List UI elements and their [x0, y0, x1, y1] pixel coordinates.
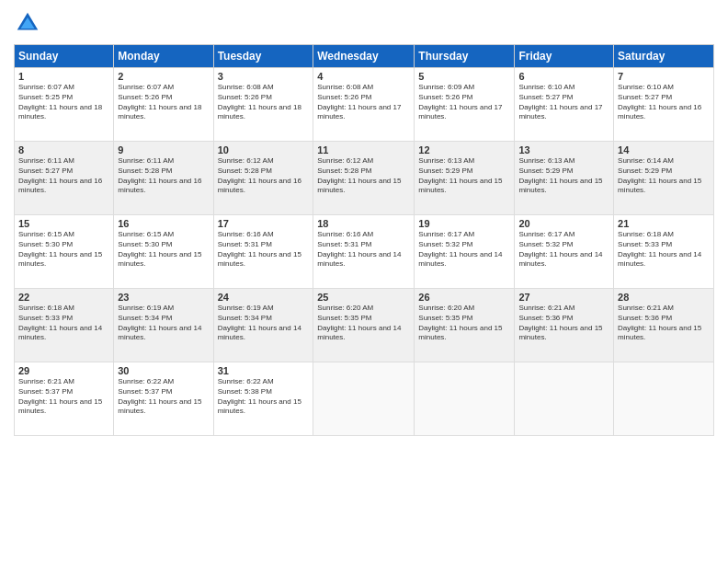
day-info: Sunrise: 6:12 AMSunset: 5:28 PMDaylight:… — [218, 156, 310, 196]
day-info: Sunrise: 6:17 AMSunset: 5:32 PMDaylight:… — [518, 230, 609, 270]
calendar-cell: 7Sunrise: 6:10 AMSunset: 5:27 PMDaylight… — [614, 68, 714, 142]
day-number: 21 — [618, 218, 710, 229]
calendar-cell: 23Sunrise: 6:19 AMSunset: 5:34 PMDayligh… — [114, 289, 213, 362]
day-number: 22 — [18, 292, 109, 303]
day-number: 12 — [418, 144, 510, 155]
day-info: Sunrise: 6:21 AMSunset: 5:36 PMDaylight:… — [618, 304, 710, 343]
day-info: Sunrise: 6:16 AMSunset: 5:31 PMDaylight:… — [218, 230, 310, 270]
calendar-day-header: Sunday — [15, 45, 114, 68]
day-info: Sunrise: 6:20 AMSunset: 5:35 PMDaylight:… — [317, 304, 410, 343]
day-number: 3 — [218, 71, 310, 82]
calendar-cell: 28Sunrise: 6:21 AMSunset: 5:36 PMDayligh… — [614, 289, 714, 362]
calendar-cell — [415, 362, 515, 436]
calendar-day-header: Wednesday — [313, 45, 415, 68]
calendar-cell: 25Sunrise: 6:20 AMSunset: 5:35 PMDayligh… — [313, 289, 415, 362]
day-number: 4 — [317, 71, 410, 82]
day-info: Sunrise: 6:19 AMSunset: 5:34 PMDaylight:… — [218, 304, 310, 343]
page: SundayMondayTuesdayWednesdayThursdayFrid… — [0, 0, 728, 563]
day-info: Sunrise: 6:20 AMSunset: 5:35 PMDaylight:… — [418, 304, 510, 343]
day-info: Sunrise: 6:10 AMSunset: 5:27 PMDaylight:… — [518, 83, 609, 122]
logo — [14, 9, 45, 37]
calendar-cell: 2Sunrise: 6:07 AMSunset: 5:26 PMDaylight… — [114, 68, 213, 142]
day-number: 17 — [218, 218, 310, 229]
calendar-day-header: Tuesday — [213, 45, 313, 68]
day-info: Sunrise: 6:08 AMSunset: 5:26 PMDaylight:… — [218, 83, 310, 122]
calendar-header-row: SundayMondayTuesdayWednesdayThursdayFrid… — [15, 45, 714, 68]
day-info: Sunrise: 6:19 AMSunset: 5:34 PMDaylight:… — [118, 304, 209, 343]
day-number: 11 — [317, 144, 410, 155]
day-info: Sunrise: 6:10 AMSunset: 5:27 PMDaylight:… — [618, 83, 710, 122]
calendar-cell: 20Sunrise: 6:17 AMSunset: 5:32 PMDayligh… — [515, 215, 614, 289]
calendar-cell — [313, 362, 415, 436]
calendar-cell: 9Sunrise: 6:11 AMSunset: 5:28 PMDaylight… — [114, 142, 213, 215]
calendar-day-header: Saturday — [614, 45, 714, 68]
day-number: 27 — [518, 292, 609, 303]
day-info: Sunrise: 6:21 AMSunset: 5:37 PMDaylight:… — [18, 377, 109, 417]
day-number: 20 — [518, 218, 609, 229]
day-number: 25 — [317, 292, 410, 303]
calendar-cell — [614, 362, 714, 436]
day-number: 19 — [418, 218, 510, 229]
day-number: 7 — [618, 71, 710, 82]
day-number: 18 — [317, 218, 410, 229]
day-number: 23 — [118, 292, 209, 303]
calendar-week-row: 8Sunrise: 6:11 AMSunset: 5:27 PMDaylight… — [15, 142, 714, 215]
day-info: Sunrise: 6:07 AMSunset: 5:26 PMDaylight:… — [118, 83, 209, 122]
day-number: 15 — [18, 218, 109, 229]
day-number: 13 — [518, 144, 609, 155]
calendar-day-header: Friday — [515, 45, 614, 68]
day-number: 6 — [518, 71, 609, 82]
day-info: Sunrise: 6:11 AMSunset: 5:28 PMDaylight:… — [118, 156, 209, 196]
day-info: Sunrise: 6:07 AMSunset: 5:25 PMDaylight:… — [18, 83, 109, 122]
calendar-cell: 21Sunrise: 6:18 AMSunset: 5:33 PMDayligh… — [614, 215, 714, 289]
calendar-day-header: Monday — [114, 45, 213, 68]
day-number: 16 — [118, 218, 209, 229]
day-number: 29 — [18, 365, 109, 376]
calendar-cell: 3Sunrise: 6:08 AMSunset: 5:26 PMDaylight… — [213, 68, 313, 142]
calendar-cell: 6Sunrise: 6:10 AMSunset: 5:27 PMDaylight… — [515, 68, 614, 142]
calendar-cell: 5Sunrise: 6:09 AMSunset: 5:26 PMDaylight… — [415, 68, 515, 142]
calendar-cell: 15Sunrise: 6:15 AMSunset: 5:30 PMDayligh… — [15, 215, 114, 289]
calendar-cell: 22Sunrise: 6:18 AMSunset: 5:33 PMDayligh… — [15, 289, 114, 362]
day-number: 8 — [18, 144, 109, 155]
calendar-day-header: Thursday — [415, 45, 515, 68]
day-info: Sunrise: 6:15 AMSunset: 5:30 PMDaylight:… — [118, 230, 209, 270]
day-number: 10 — [218, 144, 310, 155]
header — [14, 9, 714, 37]
calendar-cell: 18Sunrise: 6:16 AMSunset: 5:31 PMDayligh… — [313, 215, 415, 289]
day-info: Sunrise: 6:14 AMSunset: 5:29 PMDaylight:… — [618, 156, 710, 196]
calendar-cell: 16Sunrise: 6:15 AMSunset: 5:30 PMDayligh… — [114, 215, 213, 289]
day-number: 2 — [118, 71, 209, 82]
calendar-cell: 30Sunrise: 6:22 AMSunset: 5:37 PMDayligh… — [114, 362, 213, 436]
calendar-cell: 27Sunrise: 6:21 AMSunset: 5:36 PMDayligh… — [515, 289, 614, 362]
calendar-cell: 31Sunrise: 6:22 AMSunset: 5:38 PMDayligh… — [213, 362, 313, 436]
calendar-cell: 14Sunrise: 6:14 AMSunset: 5:29 PMDayligh… — [614, 142, 714, 215]
day-number: 9 — [118, 144, 209, 155]
day-info: Sunrise: 6:22 AMSunset: 5:37 PMDaylight:… — [118, 377, 209, 417]
calendar: SundayMondayTuesdayWednesdayThursdayFrid… — [14, 44, 714, 436]
calendar-cell: 24Sunrise: 6:19 AMSunset: 5:34 PMDayligh… — [213, 289, 313, 362]
day-info: Sunrise: 6:13 AMSunset: 5:29 PMDaylight:… — [518, 156, 609, 196]
calendar-cell: 29Sunrise: 6:21 AMSunset: 5:37 PMDayligh… — [15, 362, 114, 436]
calendar-cell: 19Sunrise: 6:17 AMSunset: 5:32 PMDayligh… — [415, 215, 515, 289]
day-info: Sunrise: 6:11 AMSunset: 5:27 PMDaylight:… — [18, 156, 109, 196]
day-number: 1 — [18, 71, 109, 82]
calendar-cell: 11Sunrise: 6:12 AMSunset: 5:28 PMDayligh… — [313, 142, 415, 215]
day-number: 30 — [118, 365, 209, 376]
day-info: Sunrise: 6:18 AMSunset: 5:33 PMDaylight:… — [18, 304, 109, 343]
calendar-week-row: 1Sunrise: 6:07 AMSunset: 5:25 PMDaylight… — [15, 68, 714, 142]
calendar-cell: 13Sunrise: 6:13 AMSunset: 5:29 PMDayligh… — [515, 142, 614, 215]
day-info: Sunrise: 6:08 AMSunset: 5:26 PMDaylight:… — [317, 83, 410, 122]
calendar-cell: 26Sunrise: 6:20 AMSunset: 5:35 PMDayligh… — [415, 289, 515, 362]
day-info: Sunrise: 6:09 AMSunset: 5:26 PMDaylight:… — [418, 83, 510, 122]
day-number: 14 — [618, 144, 710, 155]
day-info: Sunrise: 6:12 AMSunset: 5:28 PMDaylight:… — [317, 156, 410, 196]
calendar-cell: 4Sunrise: 6:08 AMSunset: 5:26 PMDaylight… — [313, 68, 415, 142]
day-number: 26 — [418, 292, 510, 303]
day-number: 5 — [418, 71, 510, 82]
day-info: Sunrise: 6:13 AMSunset: 5:29 PMDaylight:… — [418, 156, 510, 196]
day-number: 28 — [618, 292, 710, 303]
calendar-week-row: 22Sunrise: 6:18 AMSunset: 5:33 PMDayligh… — [15, 289, 714, 362]
calendar-cell: 12Sunrise: 6:13 AMSunset: 5:29 PMDayligh… — [415, 142, 515, 215]
calendar-cell: 1Sunrise: 6:07 AMSunset: 5:25 PMDaylight… — [15, 68, 114, 142]
